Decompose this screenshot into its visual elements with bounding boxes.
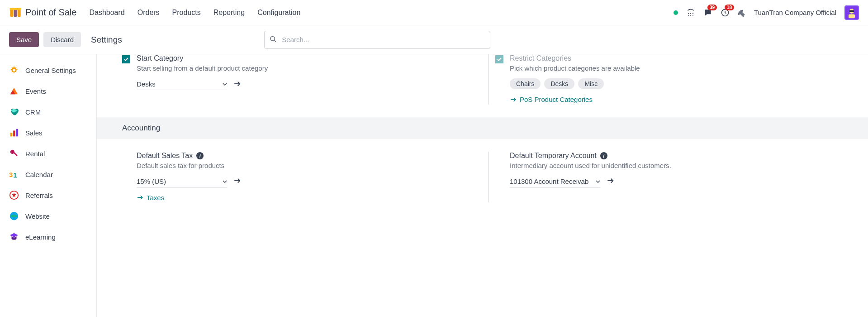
info-icon[interactable]: i	[196, 152, 204, 159]
search-wrap	[264, 31, 490, 49]
svg-rect-0	[10, 10, 13, 17]
control-bar: Save Discard Settings	[0, 25, 868, 54]
breadcrumb: Settings	[91, 35, 122, 45]
svg-point-6	[693, 13, 693, 14]
topbar-right: 39 18 TuanTran Company Official	[674, 5, 859, 20]
svg-rect-13	[849, 10, 854, 12]
default-sales-tax-link-icon[interactable]	[233, 177, 242, 186]
svg-text:3: 3	[9, 171, 13, 178]
pos-categories-link[interactable]: PoS Product Categories	[510, 96, 593, 103]
caret-down-icon	[223, 80, 227, 88]
voip-icon[interactable]	[686, 8, 695, 17]
tag-chairs[interactable]: Chairs	[510, 78, 541, 89]
nav-configuration[interactable]: Configuration	[257, 9, 300, 17]
app-name: Point of Sale	[25, 7, 76, 18]
company-name[interactable]: TuanTran Company Official	[754, 9, 836, 16]
svg-text:1: 1	[13, 172, 17, 179]
nav-reporting[interactable]: Reporting	[213, 9, 245, 17]
sidebar-item-elearning[interactable]: eLearning	[0, 226, 96, 247]
activities-icon[interactable]: 18	[721, 8, 730, 17]
sidebar-item-website[interactable]: Website	[0, 206, 96, 226]
connection-status-icon	[674, 10, 678, 15]
nav-dashboard[interactable]: Dashboard	[89, 9, 124, 17]
svg-point-15	[270, 36, 275, 40]
svg-point-17	[13, 69, 15, 72]
setting-default-temp-account: Default Temporary Account i Intermediary…	[489, 152, 850, 203]
svg-line-16	[274, 40, 276, 42]
restrict-categories-desc: Pick which product categories are availa…	[510, 64, 850, 72]
taxes-link-label: Taxes	[147, 194, 164, 202]
referrals-icon	[9, 190, 19, 200]
nav-products[interactable]: Products	[172, 9, 201, 17]
svg-rect-14	[849, 14, 855, 18]
nav-orders[interactable]: Orders	[138, 9, 160, 17]
sidebar-label: General Settings	[25, 67, 76, 74]
svg-rect-2	[18, 10, 21, 17]
start-category-desc: Start selling from a default product cat…	[137, 64, 477, 72]
debug-icon[interactable]	[738, 9, 746, 17]
save-button[interactable]: Save	[9, 32, 39, 47]
discard-button[interactable]: Discard	[43, 32, 81, 47]
default-sales-tax-select[interactable]: 15% (US)	[137, 176, 227, 187]
messages-icon[interactable]: 39	[703, 8, 712, 17]
svg-rect-20	[16, 129, 19, 137]
tag-misc[interactable]: Misc	[578, 78, 604, 89]
sidebar-label: Sales	[25, 129, 43, 137]
svg-rect-19	[13, 130, 15, 136]
sales-icon	[9, 128, 19, 138]
svg-rect-1	[14, 10, 17, 17]
search-icon	[270, 35, 277, 44]
sidebar-item-rental[interactable]: Rental	[0, 143, 96, 164]
website-icon	[9, 211, 19, 221]
default-temp-account-title: Default Temporary Account	[510, 152, 597, 160]
sidebar-item-events[interactable]: Events	[0, 81, 96, 101]
sidebar-item-crm[interactable]: CRM	[0, 101, 96, 122]
pos-app-icon	[9, 6, 22, 19]
default-sales-tax-value: 15% (US)	[137, 178, 166, 185]
svg-point-8	[690, 14, 691, 15]
svg-point-4	[688, 13, 689, 14]
elearning-icon	[9, 232, 19, 242]
start-category-checkbox[interactable]	[122, 55, 130, 63]
setting-default-sales-tax: Default Sales Tax i Default sales tax fo…	[122, 152, 477, 203]
user-avatar[interactable]	[844, 5, 859, 20]
restrict-categories-checkbox[interactable]	[495, 55, 503, 63]
sidebar-label: Website	[25, 212, 50, 220]
search-input[interactable]	[264, 31, 490, 49]
setting-restrict-categories: Restrict Categories Pick which product c…	[489, 54, 850, 105]
activities-badge: 18	[725, 5, 734, 10]
crm-icon	[9, 107, 19, 117]
caret-down-icon	[223, 178, 227, 185]
sidebar-label: Calendar	[25, 171, 53, 178]
sidebar-label: Referrals	[25, 192, 53, 199]
svg-point-5	[690, 13, 691, 14]
sidebar-item-referrals[interactable]: Referrals	[0, 185, 96, 206]
taxes-link[interactable]: Taxes	[137, 194, 164, 202]
app-logo[interactable]: Point of Sale	[9, 6, 76, 19]
pos-categories-link-label: PoS Product Categories	[520, 96, 593, 103]
default-sales-tax-title: Default Sales Tax	[137, 152, 193, 160]
sidebar-label: Rental	[25, 150, 45, 158]
svg-point-7	[688, 14, 689, 15]
sidebar-item-general[interactable]: General Settings	[0, 60, 96, 81]
accounting-header: Accounting	[97, 117, 868, 139]
messages-badge: 39	[707, 5, 717, 10]
default-temp-account-link-icon[interactable]	[607, 177, 615, 186]
gear-icon	[9, 65, 19, 75]
start-category-link-icon[interactable]	[233, 80, 242, 89]
default-temp-account-desc: Intermediary account used for unidentifi…	[510, 162, 850, 169]
default-temp-account-value: 101300 Account Receivab	[510, 178, 588, 185]
restrict-categories-tags: Chairs Desks Misc	[510, 78, 850, 89]
settings-main: Start Category Start selling from a defa…	[97, 54, 868, 317]
settings-sidebar: General Settings Events CRM Sales Rental…	[0, 54, 97, 317]
info-icon[interactable]: i	[600, 152, 607, 159]
default-temp-account-select[interactable]: 101300 Account Receivab	[510, 176, 600, 187]
setting-start-category: Start Category Start selling from a defa…	[122, 54, 477, 105]
sidebar-item-sales[interactable]: Sales	[0, 122, 96, 143]
sidebar-label: CRM	[25, 108, 41, 116]
svg-rect-22	[13, 152, 18, 156]
sidebar-item-calendar[interactable]: 31 Calendar	[0, 164, 96, 185]
start-category-select[interactable]: Desks	[137, 78, 227, 90]
calendar-icon: 31	[9, 169, 19, 179]
tag-desks[interactable]: Desks	[544, 78, 574, 89]
